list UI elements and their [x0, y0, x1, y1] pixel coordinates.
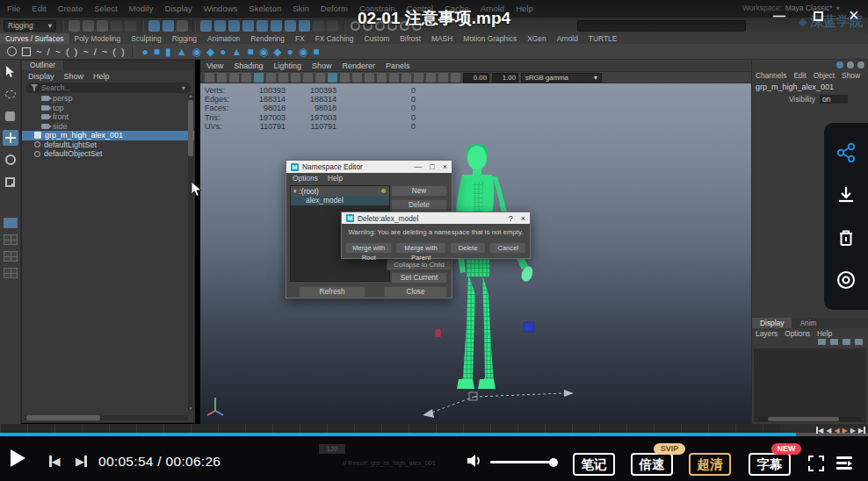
shaded-mode-icon[interactable] [328, 73, 337, 83]
maximize-icon[interactable]: □ [430, 162, 434, 171]
ns-new-button[interactable]: New [391, 185, 447, 197]
layer-list[interactable] [754, 348, 866, 422]
outliner-search-input[interactable]: Search... ▾ [25, 83, 191, 93]
arc-tool-icon[interactable]: ( [66, 47, 69, 57]
visibility-channel-row[interactable]: Visibility on [752, 95, 868, 104]
poly-pipe-icon[interactable]: ◉ [259, 46, 268, 58]
lock-camera-icon[interactable] [217, 73, 227, 83]
poly-helix-icon[interactable]: ◆ [273, 46, 281, 58]
lp-menu-options[interactable]: Options [785, 329, 810, 338]
ns-menu-help[interactable]: Help [328, 174, 343, 183]
nurbs-circle-icon[interactable] [7, 47, 17, 56]
attach-curves-icon[interactable]: ~ [83, 47, 88, 57]
merge-with-parent-button[interactable]: Merge with Parent [395, 242, 445, 254]
maximize-window-icon[interactable] [814, 11, 823, 21]
shelf-tab-arnold[interactable]: Arnold [552, 33, 583, 44]
scale-tool-icon[interactable] [3, 174, 18, 190]
outliner-menu-help[interactable]: Help [93, 72, 110, 81]
shelf-tab-turtle[interactable]: TURTLE [583, 33, 622, 44]
ns-delete-button[interactable]: Delete [391, 199, 447, 211]
delete-dialog-titlebar[interactable]: M Delete:alex_model ? × [342, 212, 530, 224]
select-tool-icon[interactable] [3, 64, 18, 80]
layout-persp-outliner-icon[interactable] [4, 251, 18, 262]
volume-icon[interactable] [466, 453, 483, 469]
poly-cylinder-icon[interactable]: ▮ [165, 46, 171, 58]
bookmark-icon[interactable] [242, 73, 251, 83]
isolate-select-icon[interactable] [438, 73, 448, 83]
new-layer-selected-icon[interactable] [830, 339, 838, 345]
shelf-tab-rendering[interactable]: Rendering [245, 33, 290, 44]
delete-button[interactable]: Delete [450, 242, 487, 254]
layout-single-pane-icon[interactable] [4, 218, 18, 228]
lasso-tool-icon[interactable] [3, 86, 18, 102]
outliner-horizontal-scrollbar[interactable] [25, 415, 188, 420]
channel-box-tab-icon[interactable] [836, 61, 843, 68]
detach-curves-icon[interactable]: / [94, 47, 97, 57]
lp-menu-layers[interactable]: Layers [756, 329, 778, 338]
view-transform-dropdown[interactable]: sRGB gamma ▾ [521, 73, 602, 83]
poly-torus-icon[interactable]: ◉ [192, 46, 201, 58]
minimize-window-icon[interactable]: — [773, 9, 785, 23]
cb-menu-channels[interactable]: Channels [756, 71, 786, 80]
shelf-tab-rigging[interactable]: Rigging [167, 33, 202, 44]
safe-action-icon[interactable] [315, 73, 325, 83]
camera-attributes-icon[interactable] [229, 73, 239, 83]
quality-button[interactable]: 超清 [689, 453, 731, 476]
outliner-row-default-object-set[interactable]: defaultObjectSet [22, 149, 194, 159]
record-icon[interactable] [835, 269, 857, 291]
help-icon[interactable]: ? [509, 214, 513, 223]
attribute-editor-tab-icon[interactable] [857, 61, 864, 68]
volume-slider[interactable] [490, 461, 557, 463]
layer-editor-tab-icon[interactable] [847, 61, 854, 68]
ep-curve-icon[interactable]: ~ [55, 47, 61, 57]
select-camera-icon[interactable] [205, 73, 214, 83]
next-video-button[interactable]: ▶ [76, 455, 87, 468]
shelf-tab-fx[interactable]: FX [290, 33, 310, 44]
field-chart-icon[interactable] [303, 73, 313, 83]
cb-menu-edit[interactable]: Edit [793, 71, 806, 80]
close-icon[interactable]: × [521, 214, 525, 223]
cb-menu-object[interactable]: Object [814, 71, 835, 80]
namespace-editor-titlebar[interactable]: M Namespace Editor — □ × [286, 161, 452, 173]
outliner-row-persp[interactable]: persp [22, 94, 194, 104]
shelf-tab-motion-graphics[interactable]: Motion Graphics [458, 33, 522, 44]
subtitles-button[interactable]: 字幕 [749, 453, 791, 476]
close-icon[interactable]: × [443, 162, 447, 171]
panel-menu-panels[interactable]: Panels [386, 61, 410, 70]
ns-close-button[interactable]: Close [384, 286, 447, 298]
shelf-tab-mash[interactable]: MASH [426, 33, 458, 44]
ns-set-current-button[interactable]: Set Current [391, 272, 447, 284]
layout-persp-graph-icon[interactable] [4, 268, 18, 278]
namespace-child-row[interactable]: alex_model [291, 196, 389, 205]
outliner-row-side[interactable]: side [22, 122, 194, 132]
poly-cube-icon[interactable]: ■ [154, 46, 160, 58]
expand-icon[interactable]: ▾ [293, 188, 297, 195]
offset-curve-icon[interactable]: ) [121, 47, 125, 57]
outliner-row-default-light-set[interactable]: defaultLightSet [22, 140, 194, 150]
poly-plane-icon[interactable]: ◆ [206, 46, 214, 58]
blue-locator-cube[interactable] [524, 322, 534, 332]
move-tool-icon[interactable] [3, 130, 18, 146]
poly-superellipse-icon[interactable]: ■ [313, 46, 319, 58]
ns-refresh-button[interactable]: Refresh [299, 286, 365, 298]
shelf-tab-bifrost[interactable]: Bifrost [394, 33, 426, 44]
multisampling-icon[interactable] [414, 73, 423, 83]
pencil-curve-icon[interactable]: / [47, 47, 49, 57]
layout-four-pane-icon[interactable] [4, 234, 18, 245]
scroll-down-icon[interactable]: ▼ [188, 406, 193, 411]
share-icon[interactable] [835, 142, 857, 163]
motion-blur-icon[interactable] [401, 73, 411, 83]
shelf-tab-curves-surfaces[interactable]: Curves / Surfaces [0, 33, 69, 44]
poly-gear-icon[interactable]: ● [286, 46, 293, 58]
textured-mode-icon[interactable] [352, 73, 362, 83]
resolution-gate-icon[interactable] [278, 73, 288, 83]
cancel-button[interactable]: Cancel [489, 242, 526, 254]
use-all-lights-icon[interactable] [365, 73, 374, 83]
volume-knob[interactable] [549, 458, 558, 467]
poly-prism-icon[interactable]: ■ [247, 46, 253, 58]
gamma-field[interactable]: 1.00 [492, 73, 518, 83]
cb-menu-show[interactable]: Show [842, 71, 860, 80]
grid-toggle-icon[interactable] [254, 73, 264, 83]
outliner-tab[interactable]: Outliner [22, 61, 63, 70]
selected-object-name[interactable]: grp_m_high_alex_001 [752, 80, 868, 91]
